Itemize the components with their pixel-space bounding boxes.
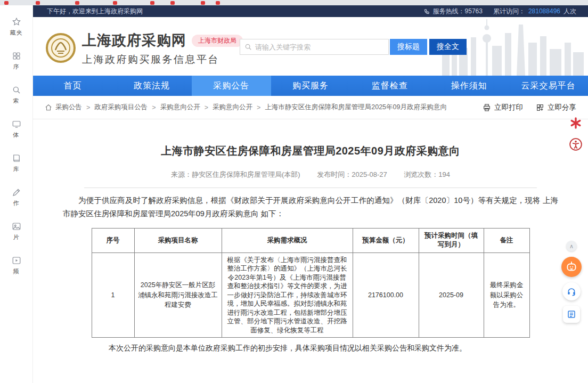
sidebar-item-search[interactable]: 索	[12, 85, 21, 105]
col-header-time: 预计采购时间（填写到月）	[419, 228, 484, 252]
breadcrumb: 采购公告 > 政府采购项目公告 > 采购意向公开 > 采购意向公开 > 上海市静…	[45, 103, 447, 112]
col-header-budget: 预算金额（元）	[353, 228, 419, 252]
tab-favicon[interactable]	[4, 1, 9, 5]
nav-item-cloud-platform[interactable]: 云采交易平台	[509, 76, 588, 96]
breadcrumb-separator: >	[86, 104, 90, 111]
cell-remark: 最终采购金额以采购公告为准。	[484, 252, 529, 338]
tab-favicon[interactable]	[170, 1, 175, 5]
search-title-button[interactable]: 搜标题	[390, 39, 427, 55]
sidebar-item-label: 片	[13, 233, 20, 241]
nav-item-supervision[interactable]: 监督检查	[350, 76, 429, 96]
divider	[84, 188, 537, 188]
breadcrumb-item[interactable]: 采购意向公开	[160, 103, 200, 112]
finance-bureau-badge: 上海市财政局	[192, 35, 243, 47]
printer-icon	[483, 103, 491, 112]
breadcrumb-bar: 采购公告 > 政府采购项目公告 > 采购意向公开 > 采购意向公开 > 上海市静…	[33, 96, 588, 119]
site-name: 上海政府采购网	[82, 31, 186, 50]
nav-item-instructions[interactable]: 操作须知	[429, 76, 509, 96]
page-title: 上海市静安区住房保障和房屋管理局2025年09月政府采购意向	[61, 144, 560, 158]
col-header-no: 序号	[92, 228, 134, 252]
sidebar-item-label: 序	[13, 63, 20, 71]
sidebar-item-label: 作	[13, 199, 20, 207]
sidebar-item-apps[interactable]: 序	[12, 51, 21, 71]
sidebar-item-label: 藏夹	[10, 29, 23, 37]
print-button[interactable]: 立即打印	[483, 103, 523, 112]
star-icon	[12, 17, 21, 27]
page-tools: 立即打印 立即分享	[483, 103, 576, 112]
brand-text: 上海政府采购网 上海市财政局 上海政府购买服务信息平台	[82, 31, 243, 67]
article: 上海市静安区住房保障和房屋管理局2025年09月政府采购意向 来源：静安区住房保…	[33, 144, 588, 383]
share-icon	[536, 103, 544, 112]
cell-no: 1	[92, 252, 134, 338]
cell-project-name: 2025年静安区一般片区彭浦镇永和苑雨污混接改造工程建安费	[134, 252, 222, 338]
search-input[interactable]	[255, 43, 384, 51]
tab-favicon[interactable]	[36, 1, 40, 5]
headset-icon[interactable]	[562, 282, 581, 300]
breadcrumb-separator: >	[152, 104, 156, 111]
utility-bar: 下午好，欢迎来到上海政府采购网 服务热线：95763 累计访问： 2810884…	[33, 5, 588, 17]
article-meta: 来源：静安区住房保障和房屋管理局(本部) 发布时间：2025-08-27 浏览次…	[61, 170, 560, 180]
write-icon	[12, 188, 21, 197]
visits-suffix: 人次	[564, 7, 576, 16]
breadcrumb-current: 上海市静安区住房保障和房屋管理局2025年09月政府采购意向	[265, 103, 447, 112]
collapse-chevron-icon[interactable]: ∧	[566, 241, 577, 251]
library-icon	[12, 153, 21, 163]
cell-budget: 2176100.00	[353, 252, 419, 338]
search-icon	[244, 43, 252, 51]
breadcrumb-item[interactable]: 采购意向公开	[213, 103, 252, 112]
sidebar-item-media[interactable]: 体	[12, 119, 21, 139]
breadcrumb-separator: >	[205, 104, 208, 111]
accessibility-icon[interactable]	[569, 137, 583, 151]
print-label: 立即打印	[494, 103, 523, 112]
right-float-icons	[569, 116, 583, 151]
article-source: 来源：静安区住房保障和房屋管理局(本部)	[171, 170, 300, 178]
feedback-panel-icon[interactable]	[563, 306, 580, 323]
article-views: 浏览次数：194	[404, 170, 450, 178]
media-icon	[12, 119, 21, 129]
article-publish-time: 发布时间：2025-08-27	[317, 170, 387, 178]
cell-demand: 根据《关于发布〈上海市雨污混接普查和整治工作方案〉的通知》（上海市总河长令202…	[222, 252, 353, 338]
intro-paragraph: 为便于供应商及时了解政府采购信息，根据《财政部关于开展政府采购意向公开工作的通知…	[63, 194, 558, 221]
tab-favicon[interactable]	[113, 1, 117, 5]
browser-tab-strip	[0, 0, 588, 5]
nav-item-purchase-services[interactable]: 购买服务	[271, 76, 350, 96]
col-header-remark: 备注	[484, 228, 529, 252]
sidebar-item-image[interactable]: 片	[12, 222, 21, 241]
procurement-intent-table: 序号 采购项目名称 采购需求概况 预算金额（元） 预计采购时间（填写到月） 备注…	[92, 228, 530, 338]
sidebar-item-library[interactable]: 库	[12, 153, 21, 173]
nav-item-announcements[interactable]: 采购公告	[192, 76, 271, 96]
sidebar-item-favorites[interactable]: 藏夹	[10, 17, 23, 37]
video-icon	[12, 256, 21, 265]
home-icon[interactable]	[45, 104, 52, 111]
tab-favicon[interactable]	[201, 1, 205, 5]
sidebar-item-label: 索	[13, 97, 20, 105]
sidebar-item-write[interactable]: 作	[12, 188, 21, 207]
search-fulltext-button[interactable]: 搜全文	[429, 39, 467, 55]
content-area: 上海市静安区住房保障和房屋管理局2025年09月政府采购意向 来源：静安区住房保…	[33, 119, 588, 383]
robot-assistant-icon[interactable]	[561, 257, 582, 277]
share-label: 立即分享	[548, 103, 576, 112]
tab-favicon[interactable]	[75, 1, 79, 5]
breadcrumb-item[interactable]: 采购公告	[55, 103, 82, 112]
cell-time: 2025-09	[419, 252, 484, 338]
col-header-demand: 采购需求概况	[222, 228, 353, 252]
red-asterisk-icon[interactable]	[569, 116, 583, 130]
nav-item-home[interactable]: 首页	[33, 76, 112, 96]
site-logo-icon	[46, 33, 76, 65]
search-icon	[12, 85, 21, 95]
apps-icon	[12, 51, 21, 61]
tab-favicon[interactable]	[216, 1, 220, 5]
page: 下午好，欢迎来到上海政府采购网 服务热线：95763 累计访问： 2810884…	[33, 5, 588, 383]
site-logo-block[interactable]: 上海政府采购网 上海市财政局 上海政府购买服务信息平台	[46, 31, 243, 67]
tab-favicon[interactable]	[150, 1, 154, 5]
nav-item-policies[interactable]: 政策法规	[112, 76, 192, 96]
breadcrumb-separator: >	[257, 104, 260, 111]
browser-sidebar: 藏夹 序 索 体 库 作 片 频	[0, 5, 33, 383]
sidebar-item-video[interactable]: 频	[12, 256, 21, 275]
sidebar-item-label: 库	[13, 165, 20, 173]
share-button[interactable]: 立即分享	[536, 103, 576, 112]
hotline-text: 服务热线：95763	[433, 7, 483, 16]
table-row: 1 2025年静安区一般片区彭浦镇永和苑雨污混接改造工程建安费 根据《关于发布〈…	[92, 252, 529, 338]
sidebar-item-label: 频	[13, 267, 20, 275]
breadcrumb-item[interactable]: 政府采购项目公告	[94, 103, 148, 112]
